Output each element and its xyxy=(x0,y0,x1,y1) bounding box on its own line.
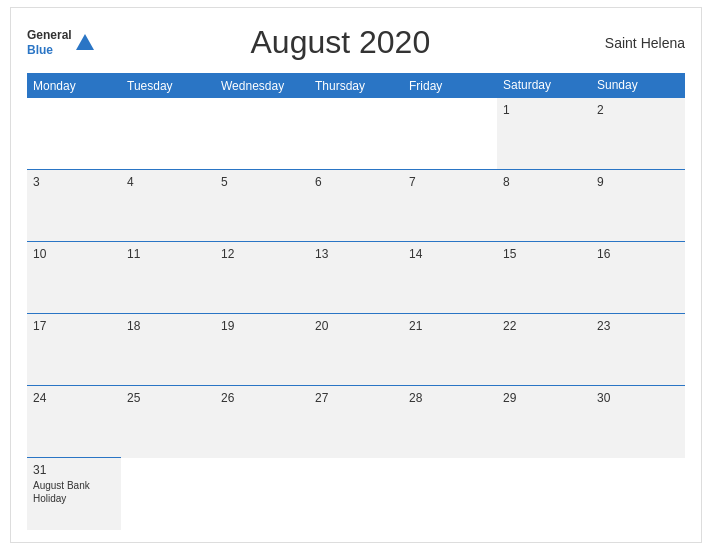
calendar-day-cell xyxy=(403,98,497,170)
calendar-day-cell: 6 xyxy=(309,170,403,242)
calendar-day-cell: 31August Bank Holiday xyxy=(27,458,121,530)
day-number: 13 xyxy=(315,247,397,261)
calendar-day-cell: 17 xyxy=(27,314,121,386)
weekday-header-cell: Wednesday xyxy=(215,73,309,98)
calendar-day-cell: 2 xyxy=(591,98,685,170)
calendar-day-cell: 7 xyxy=(403,170,497,242)
calendar-day-cell: 16 xyxy=(591,242,685,314)
calendar-day-cell: 4 xyxy=(121,170,215,242)
calendar-week-row: 10111213141516 xyxy=(27,242,685,314)
calendar-day-cell: 25 xyxy=(121,386,215,458)
calendar-day-cell: 18 xyxy=(121,314,215,386)
day-number: 24 xyxy=(33,391,115,405)
day-number: 23 xyxy=(597,319,679,333)
calendar-day-cell xyxy=(215,458,309,530)
calendar-day-cell: 30 xyxy=(591,386,685,458)
calendar-day-cell xyxy=(27,98,121,170)
event-label: August Bank Holiday xyxy=(33,479,115,505)
calendar-day-cell xyxy=(403,458,497,530)
logo-blue-text: Blue xyxy=(27,43,72,57)
day-number: 16 xyxy=(597,247,679,261)
day-number: 6 xyxy=(315,175,397,189)
day-number: 18 xyxy=(127,319,209,333)
day-number: 21 xyxy=(409,319,491,333)
svg-marker-0 xyxy=(76,34,94,50)
calendar-container: General Blue August 2020 Saint Helena Mo… xyxy=(10,7,702,543)
calendar-day-cell: 21 xyxy=(403,314,497,386)
calendar-day-cell xyxy=(309,458,403,530)
day-number: 2 xyxy=(597,103,679,117)
calendar-day-cell: 22 xyxy=(497,314,591,386)
day-number: 20 xyxy=(315,319,397,333)
calendar-week-row: 24252627282930 xyxy=(27,386,685,458)
day-number: 8 xyxy=(503,175,585,189)
calendar-day-cell: 20 xyxy=(309,314,403,386)
month-title: August 2020 xyxy=(96,24,585,61)
calendar-day-cell: 11 xyxy=(121,242,215,314)
calendar-day-cell xyxy=(497,458,591,530)
weekday-header-row: MondayTuesdayWednesdayThursdayFridaySatu… xyxy=(27,73,685,98)
location-label: Saint Helena xyxy=(585,35,685,51)
day-number: 7 xyxy=(409,175,491,189)
calendar-day-cell: 5 xyxy=(215,170,309,242)
calendar-day-cell: 3 xyxy=(27,170,121,242)
day-number: 3 xyxy=(33,175,115,189)
calendar-day-cell: 15 xyxy=(497,242,591,314)
day-number: 27 xyxy=(315,391,397,405)
calendar-day-cell: 13 xyxy=(309,242,403,314)
calendar-day-cell: 8 xyxy=(497,170,591,242)
weekday-header-cell: Saturday xyxy=(497,73,591,98)
day-number: 10 xyxy=(33,247,115,261)
day-number: 9 xyxy=(597,175,679,189)
day-number: 17 xyxy=(33,319,115,333)
calendar-day-cell: 14 xyxy=(403,242,497,314)
day-number: 12 xyxy=(221,247,303,261)
calendar-day-cell: 1 xyxy=(497,98,591,170)
weekday-header-cell: Friday xyxy=(403,73,497,98)
day-number: 29 xyxy=(503,391,585,405)
weekday-header-cell: Tuesday xyxy=(121,73,215,98)
day-number: 5 xyxy=(221,175,303,189)
day-number: 26 xyxy=(221,391,303,405)
calendar-day-cell xyxy=(121,98,215,170)
calendar-header: General Blue August 2020 Saint Helena xyxy=(27,24,685,61)
calendar-day-cell: 19 xyxy=(215,314,309,386)
calendar-week-row: 12 xyxy=(27,98,685,170)
calendar-table: MondayTuesdayWednesdayThursdayFridaySatu… xyxy=(27,73,685,530)
day-number: 19 xyxy=(221,319,303,333)
day-number: 30 xyxy=(597,391,679,405)
calendar-week-row: 3456789 xyxy=(27,170,685,242)
day-number: 11 xyxy=(127,247,209,261)
weekday-header-cell: Thursday xyxy=(309,73,403,98)
calendar-day-cell: 23 xyxy=(591,314,685,386)
calendar-week-row: 17181920212223 xyxy=(27,314,685,386)
calendar-day-cell xyxy=(591,458,685,530)
day-number: 22 xyxy=(503,319,585,333)
logo-flag-icon xyxy=(74,32,96,54)
calendar-day-cell: 10 xyxy=(27,242,121,314)
logo: General Blue xyxy=(27,28,96,57)
calendar-day-cell: 26 xyxy=(215,386,309,458)
day-number: 1 xyxy=(503,103,585,117)
calendar-day-cell: 9 xyxy=(591,170,685,242)
calendar-day-cell xyxy=(121,458,215,530)
day-number: 28 xyxy=(409,391,491,405)
day-number: 14 xyxy=(409,247,491,261)
day-number: 25 xyxy=(127,391,209,405)
calendar-day-cell xyxy=(309,98,403,170)
calendar-day-cell: 29 xyxy=(497,386,591,458)
calendar-day-cell: 27 xyxy=(309,386,403,458)
calendar-day-cell: 24 xyxy=(27,386,121,458)
calendar-week-row: 31August Bank Holiday xyxy=(27,458,685,530)
calendar-day-cell: 12 xyxy=(215,242,309,314)
day-number: 31 xyxy=(33,463,115,477)
day-number: 15 xyxy=(503,247,585,261)
logo-general-text: General xyxy=(27,28,72,42)
weekday-header-cell: Sunday xyxy=(591,73,685,98)
calendar-day-cell: 28 xyxy=(403,386,497,458)
day-number: 4 xyxy=(127,175,209,189)
weekday-header-cell: Monday xyxy=(27,73,121,98)
calendar-day-cell xyxy=(215,98,309,170)
